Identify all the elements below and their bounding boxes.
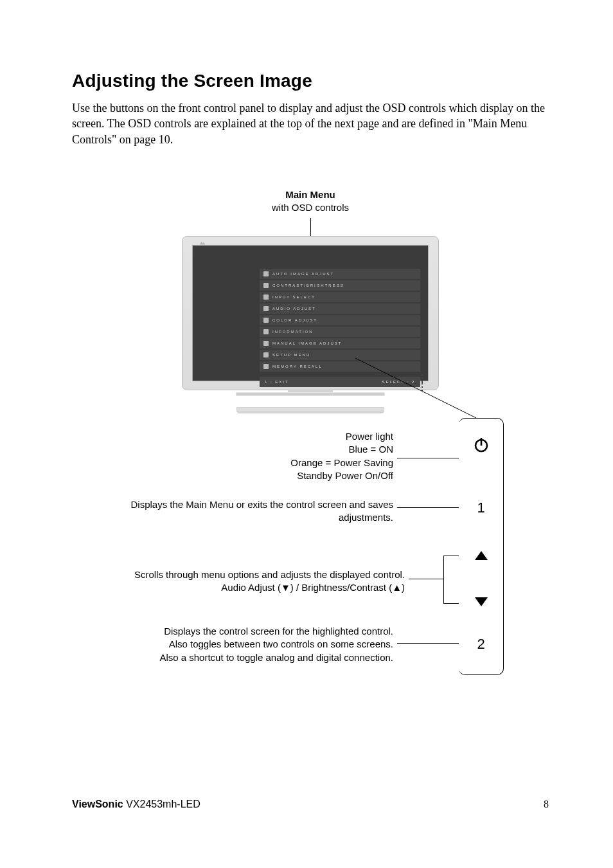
triangle-up-icon (475, 551, 488, 560)
osd-item: COLOR ADJUST (260, 315, 420, 325)
footer-brand-rest: VX2453mh-LED (123, 799, 200, 809)
osd-icon (263, 271, 269, 276)
annotation-line: Displays the control screen for the high… (72, 625, 393, 638)
osd-item: AUTO IMAGE ADJUST (260, 269, 420, 279)
connector-line (397, 458, 459, 458)
annotation-line: Blue = ON (72, 443, 393, 456)
osd-item-label: MEMORY RECALL (272, 365, 323, 368)
footer-brand: ViewSonic VX2453mh-LED (72, 799, 200, 810)
osd-item: CONTRAST/BRIGHTNESS (260, 280, 420, 291)
annotation-line: Audio Adjust (▼) / Brightness/Contrast (… (72, 581, 405, 594)
connector-line (397, 643, 459, 644)
osd-icon (263, 283, 269, 288)
osd-icon (263, 306, 269, 311)
button-2[interactable]: 2 (459, 637, 503, 651)
annotation-button-1: Displays the Main Menu or exits the cont… (72, 498, 393, 525)
osd-icon (263, 318, 269, 323)
annotation-line: Displays the Main Menu or exits the cont… (72, 498, 393, 511)
osd-icon (263, 294, 269, 300)
connector-line (443, 556, 459, 556)
osd-item: INFORMATION (260, 327, 420, 337)
osd-item: MANUAL IMAGE ADJUST (260, 338, 420, 348)
annotation-line: adjustments. (72, 511, 393, 524)
power-button[interactable] (459, 437, 503, 456)
annotation-line: Also a shortcut to toggle analog and dig… (72, 651, 393, 664)
osd-footer-left: 1 : EXIT (265, 380, 289, 384)
annotation-line: Scrolls through menu options and adjusts… (72, 568, 405, 581)
footer-brand-bold: ViewSonic (72, 799, 123, 809)
triangle-down-icon (475, 597, 488, 606)
osd-item-label: INFORMATION (272, 330, 314, 334)
connector-line (397, 507, 459, 508)
annotation-arrows: Scrolls through menu options and adjusts… (72, 568, 405, 595)
button-1[interactable]: 1 (459, 501, 503, 515)
annotation-power: Power light Blue = ON Orange = Power Sav… (72, 430, 393, 482)
page-title: Adjusting the Screen Image (72, 71, 549, 91)
page-footer: ViewSonic VX2453mh-LED 8 (72, 799, 549, 810)
caption-title: Main Menu (72, 188, 549, 201)
osd-icon (263, 329, 269, 334)
connector-line (443, 603, 459, 604)
connector-line (409, 579, 443, 579)
svg-line-2 (355, 358, 476, 418)
osd-item-label: INPUT SELECT (272, 295, 315, 299)
connector-line (355, 358, 497, 422)
side-button-strip: 1 2 (459, 418, 504, 675)
osd-item-label: CONTRAST/BRIGHTNESS (272, 284, 344, 287)
osd-item-label: SETUP MENU (272, 353, 310, 357)
osd-item: AUDIO ADJUST (260, 303, 420, 314)
osd-item-label: AUTO IMAGE ADJUST (272, 272, 334, 276)
intro-paragraph: Use the buttons on the front control pan… (72, 100, 547, 147)
annotation-button-2: Displays the control screen for the high… (72, 625, 393, 664)
annotation-line: Power light (72, 430, 393, 443)
button-up[interactable] (459, 551, 503, 563)
osd-item-label: COLOR ADJUST (272, 318, 317, 322)
button-down[interactable] (459, 597, 503, 609)
svg-rect-1 (480, 438, 482, 446)
footer-page-number: 8 (544, 799, 549, 810)
osd-item-label: AUDIO ADJUST (272, 307, 316, 311)
osd-item-label: MANUAL IMAGE ADJUST (272, 341, 342, 345)
annotation-line: Also toggles between two controls on som… (72, 638, 393, 651)
annotation-line: Orange = Power Saving (72, 457, 393, 469)
osd-icon (263, 352, 269, 357)
connector-line (443, 556, 444, 603)
figure-caption: Main Menu with OSD controls (72, 188, 549, 215)
annotation-line: Standby Power On/Off (72, 469, 393, 482)
caption-subtitle: with OSD controls (272, 202, 349, 213)
power-icon (473, 437, 490, 453)
osd-item: INPUT SELECT (260, 292, 420, 302)
osd-icon (263, 364, 269, 369)
osd-icon (263, 341, 269, 346)
caption-connector-line (310, 218, 311, 236)
